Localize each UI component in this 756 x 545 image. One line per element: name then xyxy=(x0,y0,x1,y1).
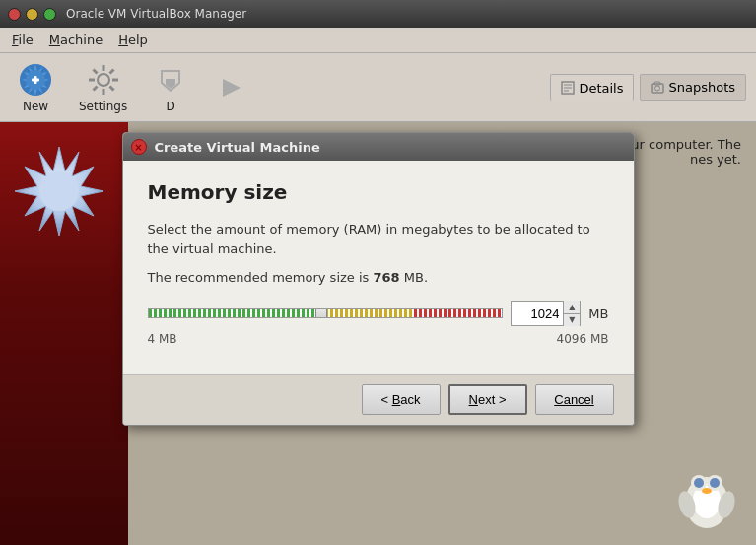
memory-slider-row: 1024 ▲ ▼ MB xyxy=(148,301,609,326)
details-tab-label: Details xyxy=(579,81,623,96)
next-button[interactable]: Next > xyxy=(448,384,527,415)
svg-rect-4 xyxy=(34,76,37,84)
snapshots-tab-label: Snapshots xyxy=(668,80,735,95)
snapshots-tab[interactable]: Snapshots xyxy=(640,74,746,101)
svg-point-5 xyxy=(98,74,109,86)
window-controls xyxy=(8,8,56,21)
dialog-overlay: × Create Virtual Machine Memory size Sel… xyxy=(0,122,756,545)
menu-bar: File Machine Help xyxy=(0,28,756,53)
dialog-body: Memory size Select the amount of memory … xyxy=(123,161,634,374)
settings-button[interactable]: Settings xyxy=(71,58,135,117)
svg-point-23 xyxy=(655,86,660,91)
title-bar: Oracle VM VirtualBox Manager xyxy=(0,0,756,28)
back-button[interactable]: < Back xyxy=(362,384,441,415)
details-icon xyxy=(561,81,575,95)
start-icon xyxy=(214,70,249,105)
menu-machine[interactable]: Machine xyxy=(41,30,110,50)
discard-button[interactable]: D xyxy=(145,58,196,117)
memory-spinbox[interactable]: 1024 ▲ ▼ xyxy=(511,301,581,326)
spinbox-down-button[interactable]: ▼ xyxy=(564,314,580,327)
svg-line-11 xyxy=(109,86,113,90)
dialog-title-bar: × Create Virtual Machine xyxy=(123,133,634,161)
spinbox-arrows: ▲ ▼ xyxy=(563,301,580,326)
app-area: New Setti xyxy=(0,53,756,545)
svg-line-13 xyxy=(93,86,97,90)
dialog-footer: < Back Next > Cancel xyxy=(123,374,634,425)
dialog-title: Create Virtual Machine xyxy=(155,140,320,155)
toolbar: New Setti xyxy=(0,53,756,122)
svg-marker-16 xyxy=(223,79,241,97)
dialog-close-button[interactable]: × xyxy=(131,139,147,155)
toolbar-tabs: Details Snapshots xyxy=(550,74,746,101)
cancel-button-label: Cancel xyxy=(554,392,593,407)
start-button[interactable] xyxy=(206,66,257,109)
slider-labels: 4 MB 4096 MB xyxy=(148,332,609,346)
memory-slider-container[interactable] xyxy=(148,303,504,324)
new-button-label: New xyxy=(23,100,48,113)
create-vm-dialog: × Create Virtual Machine Memory size Sel… xyxy=(122,132,635,426)
details-tab[interactable]: Details xyxy=(550,74,634,101)
new-button[interactable]: New xyxy=(10,58,61,117)
menu-help[interactable]: Help xyxy=(110,30,156,50)
app-title: Oracle VM VirtualBox Manager xyxy=(66,7,246,21)
discard-button-label: D xyxy=(167,100,175,113)
spinbox-up-button[interactable]: ▲ xyxy=(564,301,580,314)
svg-line-12 xyxy=(109,69,113,73)
dialog-recommendation: The recommended memory size is 768 MB. xyxy=(148,270,609,285)
slider-min-label: 4 MB xyxy=(148,332,177,346)
menu-file[interactable]: File xyxy=(4,30,41,50)
content-area: ur computer. The nes yet. xyxy=(0,122,756,545)
gear-icon xyxy=(86,62,121,98)
memory-value-input[interactable]: 1024 xyxy=(512,305,563,323)
recommended-value: 768 xyxy=(373,270,399,285)
dialog-description: Select the amount of memory (RAM) in meg… xyxy=(148,220,609,258)
dialog-heading: Memory size xyxy=(148,180,609,204)
close-button[interactable] xyxy=(8,8,21,21)
minimize-button[interactable] xyxy=(26,8,38,21)
discard-icon xyxy=(153,62,188,98)
svg-line-10 xyxy=(93,69,97,73)
settings-button-label: Settings xyxy=(79,100,127,113)
mb-unit-label: MB xyxy=(588,307,608,321)
new-icon xyxy=(18,62,53,98)
snapshots-icon xyxy=(651,81,664,95)
slider-max-label: 4096 MB xyxy=(557,332,609,346)
cancel-button[interactable]: Cancel xyxy=(535,384,614,415)
maximize-button[interactable] xyxy=(43,8,56,21)
